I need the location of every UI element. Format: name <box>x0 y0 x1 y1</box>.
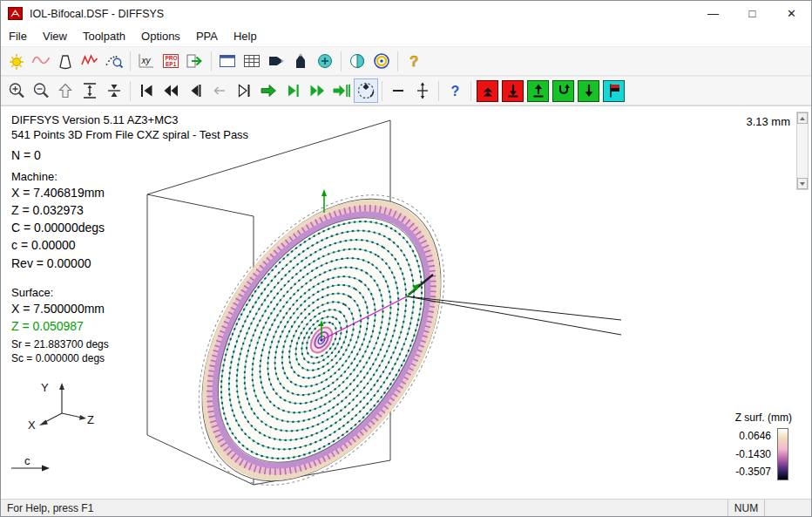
surface-sr: Sr = 21.883700 degs <box>11 338 109 350</box>
xy-plot-button[interactable]: xy <box>134 49 159 73</box>
window-icon <box>217 51 238 71</box>
run-export-button[interactable] <box>183 49 207 73</box>
close-button[interactable]: ✕ <box>772 1 811 26</box>
zoom-out-button[interactable] <box>29 78 53 103</box>
toolbar-navigation: ? <box>1 76 811 105</box>
surface-z: Z = 0.050987 <box>11 319 84 333</box>
menu-toolpath[interactable]: Toolpath <box>75 28 133 44</box>
arrow-down-to-bar-icon <box>504 81 523 100</box>
point-zoom-button[interactable] <box>102 49 126 73</box>
data-table-button[interactable] <box>240 49 264 73</box>
step-back-icon <box>185 80 206 101</box>
axis-tripod: Y X Z <box>28 381 94 432</box>
status-help-text: For Help, press F1 <box>1 500 727 516</box>
fast-back-button[interactable] <box>159 78 183 103</box>
wave-icon <box>30 51 51 71</box>
tool-shape-button[interactable] <box>53 49 78 73</box>
forward-arrow-icon <box>258 80 279 101</box>
context-help-button[interactable]: ? <box>443 78 467 103</box>
menu-ppa[interactable]: PPA <box>188 28 226 44</box>
legend-value-mid: -0.1430 <box>710 448 771 460</box>
back-button[interactable] <box>207 78 232 103</box>
svg-text:?: ? <box>451 84 460 99</box>
menu-file[interactable]: File <box>1 28 35 44</box>
version-text: DIFFSYS Version 5.11 AZ3+MC3 <box>11 113 179 126</box>
half-lens-button[interactable] <box>345 49 369 73</box>
double-chevron-up-icon <box>478 81 497 100</box>
window-view-button[interactable] <box>215 49 240 73</box>
toolbar-separator <box>211 51 212 71</box>
hook-arrow-icon <box>554 81 573 100</box>
toolbar-separator <box>382 81 382 101</box>
step-forward-icon <box>282 80 303 101</box>
fit-vertical-button[interactable] <box>78 78 102 103</box>
step-back-button[interactable] <box>183 78 207 103</box>
status-num-indicator: NUM <box>727 500 764 516</box>
mini-scrollbar[interactable] <box>796 112 809 190</box>
zoom-out-icon <box>30 80 51 101</box>
window-controls: — □ ✕ <box>694 1 811 26</box>
go-first-icon <box>136 80 157 101</box>
toolbar-separator <box>397 51 398 71</box>
page-up-button[interactable] <box>53 78 78 103</box>
help-icon: ? <box>403 51 424 71</box>
export-arrow-icon <box>185 51 206 71</box>
viewport-3d[interactable]: Y X Z c DIFFSYS Version 5.11 AZ3+MC3 541… <box>1 105 811 499</box>
triangle-down-icon <box>800 182 805 186</box>
spindle-rotate-button[interactable] <box>354 78 378 103</box>
collapse-button[interactable] <box>102 78 126 103</box>
toolbar-separator <box>438 81 439 101</box>
tool-profile-icon <box>55 51 76 71</box>
arrow-down-icon <box>579 81 599 100</box>
error-plot-button[interactable] <box>78 49 102 73</box>
c-axis-view-button[interactable] <box>313 49 337 73</box>
lower-button[interactable] <box>578 80 599 102</box>
toolbar-main: xy PRO EP1 <box>1 46 811 76</box>
plunge-button[interactable] <box>502 80 524 102</box>
finish-button[interactable] <box>603 80 625 102</box>
triangle-up-icon <box>800 117 805 120</box>
red-zigzag-icon <box>79 51 100 71</box>
spindle-rotate-icon <box>355 80 376 101</box>
legend-colorbar <box>777 428 788 480</box>
toolbar-separator <box>341 51 342 71</box>
machine-x: X = 7.406819mm <box>11 186 105 200</box>
fast-forward-button[interactable] <box>305 78 329 103</box>
hook-return-button[interactable] <box>552 80 574 102</box>
help-button[interactable]: ? <box>402 49 426 73</box>
increase-button[interactable] <box>410 78 435 103</box>
legend-title: Z surf. (mm) <box>735 412 792 424</box>
dotted-curve-magnifier-icon <box>104 51 125 71</box>
go-first-button[interactable] <box>134 78 159 103</box>
tool-upright-button[interactable] <box>288 49 313 73</box>
surface-label: Surface: <box>11 286 53 299</box>
scroll-up-button[interactable] <box>797 112 808 124</box>
axis-x-label: X <box>28 418 36 432</box>
step-forward-button[interactable] <box>281 78 305 103</box>
sun-icon <box>6 51 27 71</box>
go-last-button[interactable] <box>329 78 354 103</box>
forward-button[interactable] <box>256 78 281 103</box>
spindle-raise-button[interactable] <box>477 80 498 102</box>
collapse-icon <box>104 80 125 101</box>
menu-help[interactable]: Help <box>226 28 265 44</box>
light-source-button[interactable] <box>4 49 29 73</box>
maximize-button[interactable]: □ <box>733 1 772 26</box>
context-help-icon: ? <box>444 80 465 101</box>
lens-rings-button[interactable] <box>369 49 394 73</box>
zoom-in-button[interactable] <box>4 78 29 103</box>
surface-wave-button[interactable] <box>29 49 53 73</box>
menu-bar: File View Toolpath Options PPA Help <box>1 26 811 46</box>
xy-plot-icon: xy <box>136 51 157 71</box>
play-to-button[interactable] <box>232 78 256 103</box>
menu-view[interactable]: View <box>35 28 75 44</box>
minimize-button[interactable]: — <box>694 1 733 26</box>
decrease-button[interactable] <box>386 78 410 103</box>
title-bar[interactable]: IOL-Bifocal.DSF - DIFFSYS — □ ✕ <box>1 1 811 26</box>
retract-button[interactable] <box>527 80 549 102</box>
machine-rev: Rev = 0.00000 <box>11 256 91 270</box>
tool-side-button[interactable] <box>264 49 288 73</box>
menu-options[interactable]: Options <box>133 28 188 44</box>
pro-ep1-button[interactable]: PRO EP1 <box>159 49 183 73</box>
scroll-down-button[interactable] <box>797 178 808 189</box>
